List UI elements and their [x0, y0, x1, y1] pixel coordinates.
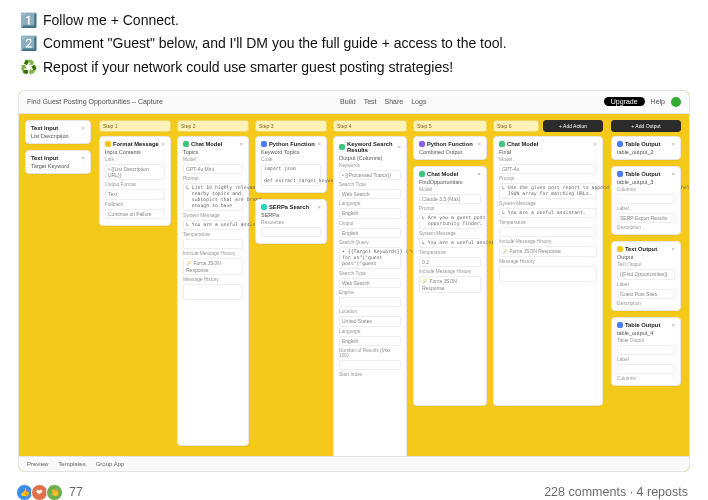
- engine-field[interactable]: [339, 297, 401, 307]
- embedded-screenshot[interactable]: Find Guest Posting Opportunities – Captu…: [18, 90, 690, 472]
- code-field[interactable]: import json def extract_target_keywords(: [261, 164, 321, 186]
- model-field[interactable]: Claude 3.5 (Max): [419, 194, 481, 204]
- temp-field[interactable]: [499, 227, 597, 237]
- tab-logs[interactable]: Logs: [411, 98, 426, 105]
- temp-field[interactable]: [183, 239, 243, 249]
- help-label[interactable]: Help: [651, 98, 665, 105]
- msgh-field[interactable]: [499, 266, 597, 283]
- lang2-field[interactable]: English: [339, 336, 401, 346]
- tab-share[interactable]: Share: [385, 98, 404, 105]
- of-field[interactable]: Text: [105, 189, 165, 199]
- ai-badge[interactable]: 🪄 Force JSON Response: [183, 258, 243, 275]
- add-action-button[interactable]: + Add Action: [543, 120, 603, 132]
- node-python-combined-output[interactable]: Python Function× Combined Output: [413, 136, 487, 160]
- close-icon[interactable]: ×: [478, 171, 481, 177]
- app-bottombar: Preview Templates Group App: [19, 456, 689, 471]
- prompt-field[interactable]: ↳ List 10 highly relevant nearby topics …: [183, 183, 243, 211]
- reaction-count[interactable]: 77: [69, 485, 83, 499]
- output-text[interactable]: Text Output× Output Text Output {{Find O…: [611, 241, 681, 311]
- kw-field[interactable]: • {{Processed Topics}}: [339, 170, 401, 180]
- column-head-step5: Step 5: [413, 120, 487, 132]
- close-icon[interactable]: ×: [162, 141, 165, 147]
- tab-build[interactable]: Build: [340, 98, 356, 105]
- bottombar-preview[interactable]: Preview: [27, 461, 48, 467]
- close-icon[interactable]: ×: [594, 141, 597, 147]
- reactions[interactable]: 👍 ❤ 👏 77: [20, 484, 83, 500]
- model-field[interactable]: GPT-4o: [499, 164, 597, 174]
- prompt-field[interactable]: ↳ Are you a guest post opportunity finde…: [419, 213, 481, 229]
- lbl-prompt: Prompt: [419, 206, 481, 211]
- bottombar-group-app[interactable]: Group App: [96, 461, 125, 467]
- ai-badge[interactable]: 🪄 Force JSON Response: [419, 276, 481, 293]
- app-topbar: Find Guest Posting Opportunities – Captu…: [19, 91, 689, 114]
- bullet-2: 2️⃣: [20, 33, 37, 53]
- out-title: Table Output: [625, 322, 660, 328]
- input-card-list-description[interactable]: Text Input× List Description: [25, 120, 91, 144]
- to-field[interactable]: [617, 345, 675, 355]
- ai-badge[interactable]: 🪄 Force JSON Response: [499, 246, 597, 256]
- chat-icon: [499, 141, 505, 147]
- output-table-4[interactable]: Table Output× table_output_4 Table Outpu…: [611, 317, 681, 387]
- sys-field[interactable]: ↳ You are a useful assistant.: [499, 208, 597, 218]
- res-field[interactable]: [261, 227, 321, 237]
- sq-field[interactable]: • {{Target Keywords}} ("write for us"|"g…: [339, 247, 401, 269]
- prompt-field[interactable]: ↳ Use the given post report to append 4 …: [499, 183, 597, 199]
- close-icon[interactable]: ×: [398, 144, 401, 150]
- add-output-button[interactable]: + Add Output: [611, 120, 681, 132]
- bottombar-templates[interactable]: Templates: [58, 461, 85, 467]
- stype-field[interactable]: Web Search: [339, 189, 401, 199]
- model-field[interactable]: GPT-4o Mini: [183, 164, 243, 174]
- sys-field[interactable]: ↳ You are a useful assistant.: [419, 238, 481, 248]
- close-icon[interactable]: ×: [672, 322, 675, 328]
- close-icon[interactable]: ×: [672, 246, 675, 252]
- node-python-keyword-topics[interactable]: Python Function× Keyword Topics Code imp…: [255, 136, 327, 193]
- to-field[interactable]: {{Find Opportunities}}: [617, 269, 675, 279]
- tab-test[interactable]: Test: [364, 98, 377, 105]
- close-icon[interactable]: ×: [318, 141, 321, 147]
- close-icon[interactable]: ×: [318, 204, 321, 210]
- close-icon[interactable]: ×: [240, 141, 243, 147]
- node-format-message[interactable]: Format Message× Input Contents Link • {{…: [99, 136, 171, 226]
- link-field[interactable]: • {{List Description URL}}: [105, 164, 165, 181]
- input-a-label: Text Input: [31, 125, 58, 131]
- out-field[interactable]: English: [339, 228, 401, 238]
- sys-field[interactable]: ↳ You are a useful assistant.: [183, 220, 243, 230]
- workflow-canvas[interactable]: Text Input× List Description Text Input×…: [19, 114, 689, 472]
- node-chat-find-opportunities[interactable]: Chat Model× FindOpportunities Model Clau…: [413, 166, 487, 406]
- lbl-desc: Description: [617, 301, 675, 306]
- node-sub: Keyword Topics: [261, 149, 321, 155]
- chat-icon: [419, 171, 425, 177]
- close-icon[interactable]: ×: [478, 141, 481, 147]
- stype2-field[interactable]: Web Search: [339, 278, 401, 288]
- close-icon[interactable]: ×: [82, 155, 85, 161]
- node-chat-final[interactable]: Chat Model× Final Model GPT-4o Prompt ↳ …: [493, 136, 603, 406]
- label-field[interactable]: [617, 364, 675, 374]
- cols-field[interactable]: [617, 194, 675, 204]
- msgh-field[interactable]: [183, 284, 243, 301]
- avatar[interactable]: [671, 97, 681, 107]
- close-icon[interactable]: ×: [672, 141, 675, 147]
- label-field[interactable]: Guest Post Sites: [617, 289, 675, 299]
- lbl-loc: Location: [339, 309, 401, 314]
- comments-link[interactable]: 228 comments: [544, 485, 626, 499]
- lbl-cols: Columns: [617, 376, 675, 381]
- node-chat-model-topics[interactable]: Chat Model× Topics Model GPT-4o Mini Pro…: [177, 136, 249, 446]
- node-serpa-search[interactable]: SERPa Search× SERPa Resources: [255, 199, 327, 244]
- node-keyword-search-results[interactable]: Keyword Search Results× Output (Columns)…: [333, 136, 407, 466]
- out-title: Table Output: [625, 171, 660, 177]
- serpa-icon: [261, 204, 267, 210]
- close-icon[interactable]: ×: [82, 125, 85, 131]
- label-field[interactable]: SERP Export Results: [617, 213, 675, 223]
- input-card-target-keyword[interactable]: Text Input× Target Keyword: [25, 150, 91, 174]
- reposts-link[interactable]: 4 reposts: [637, 485, 688, 499]
- output-table-3[interactable]: Table Output× table_output_3 Columns Lab…: [611, 166, 681, 236]
- fb-field[interactable]: Continue on Failure: [105, 209, 165, 219]
- temp-field[interactable]: 0.2: [419, 257, 481, 267]
- lang-field[interactable]: English: [339, 208, 401, 218]
- upgrade-button[interactable]: Upgrade: [604, 97, 645, 106]
- nres-field[interactable]: [339, 360, 401, 370]
- output-table-2[interactable]: Table Output× table_output_2: [611, 136, 681, 160]
- loc-field[interactable]: United States: [339, 316, 401, 326]
- column-head-step6: Step 6: [493, 120, 539, 132]
- close-icon[interactable]: ×: [672, 171, 675, 177]
